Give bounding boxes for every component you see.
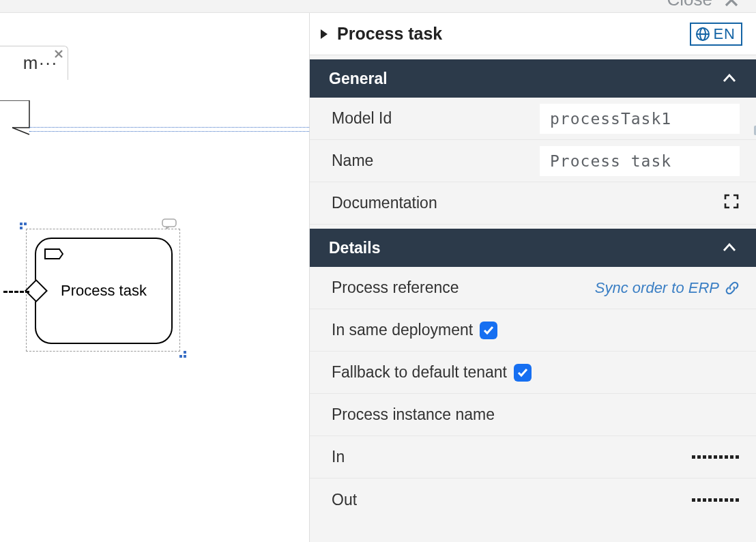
label-in-same-deployment: In same deployment [332,321,473,339]
link-icon [725,281,740,296]
in-mappings-button[interactable] [690,455,740,460]
chevron-up-icon [722,71,737,86]
panel-header: Process task EN [310,13,756,55]
out-mappings-button[interactable] [690,497,740,502]
panel-collapse-caret-icon[interactable] [318,28,330,40]
process-reference-link[interactable]: Sync order to ERP [595,279,740,297]
close-button[interactable]: Close [667,0,740,10]
language-code: EN [713,25,736,43]
check-icon [482,324,495,337]
node-selection-box[interactable]: Process task [26,229,180,352]
check-icon [517,367,529,379]
checkbox-fallback-tenant[interactable] [514,364,532,382]
process-task-node-label: Process task [61,282,147,300]
close-icon [723,0,740,8]
label-process-reference: Process reference [332,279,533,297]
lane-separator-2 [29,131,309,132]
row-process-instance-name: Process instance name [310,394,756,436]
top-bar: Close [0,0,756,13]
row-in-same-deployment: In same deployment [310,309,756,352]
label-fallback-tenant: Fallback to default tenant [332,363,507,382]
input-model-id[interactable] [540,104,740,134]
process-task-type-icon [44,247,63,261]
language-selector[interactable]: EN [690,23,742,46]
label-model-id: Model Id [332,109,533,128]
row-out: Out [310,479,756,521]
label-out: Out [332,491,533,509]
editor-tab-label: m··· [23,53,58,74]
resize-handle-bottom-right[interactable] [180,352,186,358]
label-in: In [332,448,533,466]
lane-border-corner-icon [0,100,34,141]
section-header-general-label: General [329,70,388,88]
svg-rect-5 [162,219,176,227]
checkbox-in-same-deployment[interactable] [480,322,497,339]
label-name: Name [332,152,533,170]
section-header-details[interactable]: Details [310,229,756,267]
svg-marker-6 [45,249,63,259]
process-task-node[interactable]: Process task [35,238,173,344]
row-documentation: Documentation [310,182,756,225]
row-fallback-tenant: Fallback to default tenant [310,352,756,394]
row-in: In [310,436,756,479]
editor-tab[interactable]: m··· [0,46,68,80]
comment-icon[interactable] [162,218,177,229]
row-name: Name [310,140,756,182]
panel-title: Process task [337,24,690,44]
lane-separator [29,127,309,128]
section-header-details-label: Details [329,239,380,257]
globe-icon [695,27,710,42]
input-name[interactable] [540,146,740,176]
close-label: Close [667,0,712,10]
label-process-instance-name: Process instance name [332,405,533,424]
row-process-reference: Process reference Sync order to ERP [310,267,756,309]
resize-handle-top-left[interactable] [20,223,26,229]
incoming-connector [3,291,29,293]
canvas-area[interactable]: m··· Process task [0,13,309,542]
expand-icon [723,193,740,210]
row-model-id: Model Id [310,98,756,140]
process-reference-value: Sync order to ERP [595,279,719,297]
section-header-general[interactable]: General [310,59,756,98]
tab-close-icon[interactable] [54,49,63,59]
svg-marker-7 [321,29,328,39]
expand-documentation-button[interactable] [723,193,740,214]
properties-panel: Process task EN General Model Id Name Do… [309,13,756,542]
svg-line-4 [12,128,29,134]
chevron-up-icon [722,240,737,255]
label-documentation: Documentation [332,194,533,212]
